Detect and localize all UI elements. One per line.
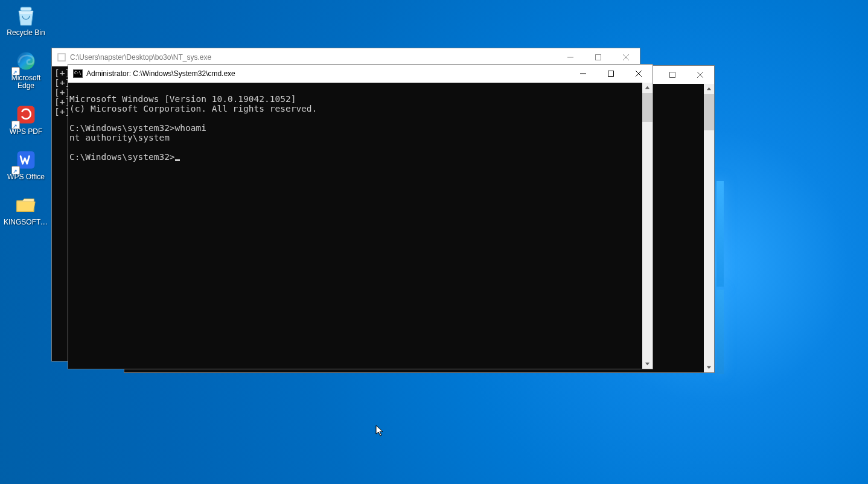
scrollbar-track[interactable] (704, 94, 714, 362)
cursor (175, 159, 180, 161)
svg-rect-4 (670, 72, 675, 78)
console-line: C:\Windows\system32> (69, 152, 175, 162)
wps-pdf-icon (14, 103, 38, 127)
background-accent (716, 290, 724, 374)
scrollbar-vertical[interactable] (704, 84, 714, 372)
svg-rect-5 (58, 54, 65, 61)
desktop-icons: Recycle Bin Microsoft Edge WPS PDF (4, 4, 48, 226)
cmd-icon (73, 69, 83, 78)
scroll-up-button[interactable] (704, 84, 714, 94)
app-icon (57, 53, 66, 62)
microsoft-edge-icon (14, 49, 38, 73)
svg-rect-6 (596, 55, 601, 60)
desktop-icon-kingsoft-folder[interactable]: KINGSOFT-... (4, 193, 48, 226)
svg-rect-0 (21, 7, 31, 11)
desktop-icon-label: WPS PDF (4, 128, 48, 136)
window-cmd-admin[interactable]: Administrator: C:\Windows\System32\cmd.e… (68, 64, 653, 369)
close-button[interactable] (686, 66, 714, 84)
scrollbar-track[interactable] (642, 93, 653, 358)
console-body[interactable]: Microsoft Windows [Version 10.0.19042.10… (68, 83, 653, 369)
window-title: C:\Users\napster\Desktop\bo3o\NT_sys.exe (70, 53, 211, 62)
desktop-icon-label: Microsoft Edge (4, 74, 48, 90)
titlebar[interactable]: Administrator: C:\Windows\System32\cmd.e… (68, 65, 653, 83)
recycle-bin-icon (14, 4, 38, 28)
desktop-icon-recycle-bin[interactable]: Recycle Bin (4, 4, 48, 37)
scroll-down-button[interactable] (642, 358, 653, 369)
maximize-button[interactable] (597, 65, 625, 83)
console-line: C:\Windows\system32>whoami (69, 123, 206, 133)
background-accent (716, 181, 724, 287)
desktop-icon-label: WPS Office (4, 173, 48, 181)
svg-rect-7 (608, 71, 614, 77)
desktop-icon-label: Recycle Bin (4, 29, 48, 37)
desktop-icon-label: KINGSOFT-... (4, 218, 48, 226)
desktop-icon-wps-pdf[interactable]: WPS PDF (4, 103, 48, 136)
folder-icon (14, 193, 38, 217)
minimize-button[interactable] (569, 65, 597, 83)
maximize-button[interactable] (659, 66, 686, 84)
console-line: Microsoft Windows [Version 10.0.19042.10… (69, 94, 296, 104)
scroll-down-button[interactable] (704, 362, 714, 372)
wps-office-icon (14, 148, 38, 172)
desktop-icon-microsoft-edge[interactable]: Microsoft Edge (4, 49, 48, 90)
close-button[interactable] (625, 65, 653, 83)
scrollbar-vertical[interactable] (642, 83, 653, 369)
console-line: (c) Microsoft Corporation. All rights re… (69, 104, 317, 113)
mouse-cursor-icon (375, 425, 385, 437)
scroll-up-button[interactable] (642, 83, 653, 93)
console-line: nt authority\system (69, 133, 170, 142)
window-title: Administrator: C:\Windows\System32\cmd.e… (86, 69, 235, 78)
scrollbar-thumb[interactable] (642, 93, 653, 122)
scrollbar-thumb[interactable] (704, 94, 714, 130)
desktop-icon-wps-office[interactable]: WPS Office (4, 148, 48, 181)
